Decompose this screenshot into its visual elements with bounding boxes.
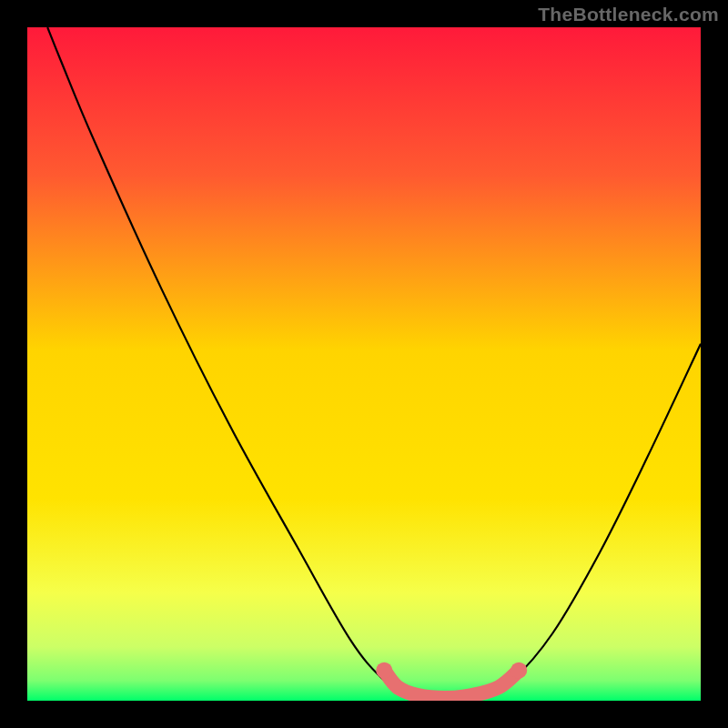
overlay-dot-left — [376, 662, 392, 679]
watermark-text: TheBottleneck.com — [538, 4, 719, 25]
chart-background — [27, 27, 701, 701]
chart-plot-area — [27, 27, 701, 701]
overlay-dot-right — [511, 662, 527, 679]
chart-svg — [27, 27, 701, 701]
